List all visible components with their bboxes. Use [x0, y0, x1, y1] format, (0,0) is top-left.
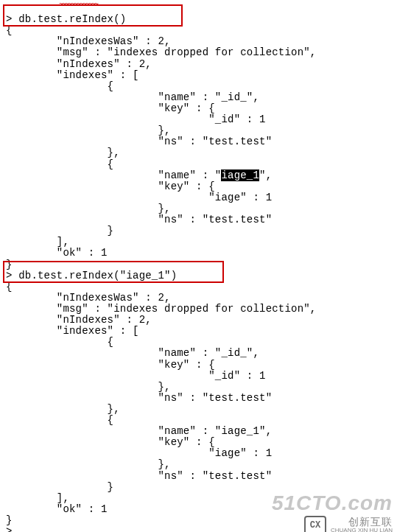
output-line: "nIndexes" : 2,	[6, 314, 152, 326]
terminal-squiggle: ~~~~~~~~~~~~~	[59, 1, 97, 10]
output-line: "name" : "_id_",	[6, 91, 259, 103]
terminal-output: > db.test.reIndex() { "nIndexesWas" : 2,…	[0, 0, 397, 532]
command-line-2: > db.test.reIndex("iage_1")	[6, 270, 177, 281]
output-line: },	[6, 203, 171, 214]
output-line: },	[6, 458, 171, 470]
watermark: 51CTO.com CX 创新互联 CHUANG XIN HU LIAN	[253, 492, 393, 514]
output-line: "key" : {	[6, 181, 215, 192]
output-line: "ns" : "test.test"	[6, 392, 272, 404]
output-line: }	[6, 481, 113, 493]
output-line: "name" : "iage_1",	[6, 169, 272, 181]
output-line: "ok" : 1	[6, 247, 108, 259]
output-line: "name" : "_id_",	[6, 347, 259, 359]
output-line: ],	[6, 492, 69, 504]
output-line: }	[6, 514, 13, 526]
output-line: {	[6, 80, 113, 92]
output-line: },	[6, 125, 171, 136]
output-line: },	[6, 147, 120, 158]
output-line: }	[6, 225, 113, 237]
output-line: "msg" : "indexes dropped for collection"…	[6, 46, 316, 58]
output-line: },	[6, 381, 171, 393]
output-line: "ok" : 1	[6, 503, 108, 515]
output-line: }	[6, 259, 13, 270]
output-line: "key" : {	[6, 436, 215, 448]
output-line: {	[6, 414, 113, 426]
output-line: "ns" : "test.test"	[6, 470, 272, 482]
output-line: "indexes" : [	[6, 325, 139, 337]
output-line: {	[6, 336, 113, 348]
output-line: {	[6, 158, 113, 170]
output-line: "ns" : "test.test"	[6, 214, 272, 225]
output-line: "nIndexesWas" : 2,	[6, 35, 171, 47]
output-line: ],	[6, 236, 69, 248]
output-line: "ns" : "test.test"	[6, 136, 272, 147]
prompt-line[interactable]: >	[6, 525, 13, 532]
output-line: "indexes" : [	[6, 69, 139, 81]
output-line: "_id" : 1	[6, 370, 266, 382]
output-line: "nIndexes" : 2,	[6, 58, 152, 70]
output-line: "nIndexesWas" : 2,	[6, 292, 171, 304]
output-line: "iage" : 1	[6, 447, 272, 459]
output-line: "key" : {	[6, 102, 215, 114]
output-line: "iage" : 1	[6, 192, 272, 203]
output-line: "key" : {	[6, 359, 215, 371]
output-line: "msg" : "indexes dropped for collection"…	[6, 303, 316, 315]
output-line: {	[6, 24, 13, 36]
watermark-51cto: 51CTO.com	[253, 492, 393, 514]
output-line: {	[6, 281, 13, 293]
watermark-brand: 创新互联 CHUANG XIN HU LIAN	[331, 517, 393, 532]
watermark-logo-icon: CX	[304, 516, 326, 532]
output-line: "name" : "iage_1",	[6, 425, 272, 437]
output-line: "_id" : 1	[6, 113, 266, 125]
command-line-1: > db.test.reIndex()	[6, 13, 126, 25]
output-line: },	[6, 403, 120, 415]
selected-text: iage_1	[221, 169, 259, 181]
